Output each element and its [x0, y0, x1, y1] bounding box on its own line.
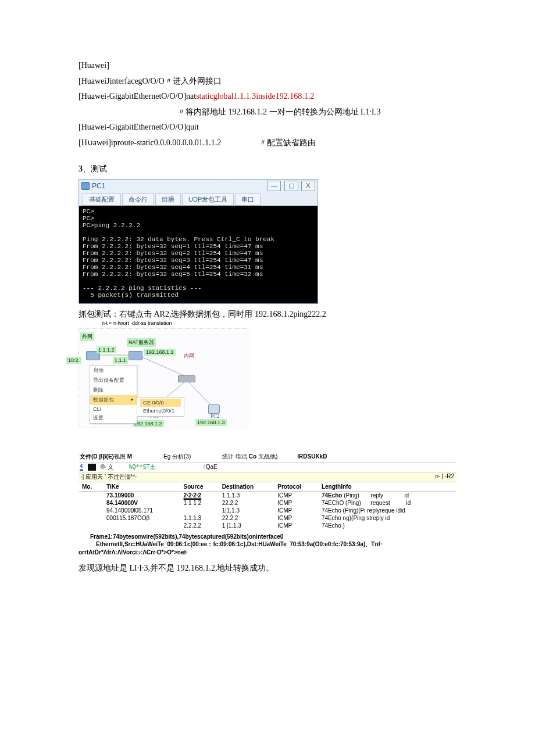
cell-dst: 22.2.2	[219, 514, 274, 522]
label-ip-19216811: 192.168.1.1	[144, 349, 176, 356]
pc1-window: PC1 — ▢ X 基础配置 命令行 组播 UDP发包工具 串口 PC> PC>…	[79, 179, 318, 304]
label-ip-1112: 1.1.1.2	[97, 346, 116, 353]
col-info[interactable]: LengthInfo	[318, 482, 456, 492]
cfg-line-1: [Huawei]	[79, 58, 456, 74]
ws-filter-right: n· | -R2	[435, 473, 454, 481]
svg-line-1	[137, 355, 184, 375]
ws-menu-help[interactable]: IRDSUKkD	[297, 453, 327, 460]
topology-diagram: 外网 NAT服务器 1.1.1.2 10:2. 1.1.1 192.168.1.…	[79, 328, 248, 428]
tab-basic[interactable]: 基础配置	[83, 194, 121, 206]
tab-multicast[interactable]: 组播	[155, 194, 181, 206]
ws-detail-l2: EthernetII,Src:HUaWeiTe_09:06:1c(00:ee：f…	[90, 540, 445, 549]
node-switch[interactable]	[178, 375, 195, 382]
section-3-title: 、测试	[83, 164, 107, 173]
cell-src	[180, 507, 219, 514]
node-pc2[interactable]	[208, 404, 220, 414]
table-row[interactable]: 84.140000V 1 1 1 2 22.2.2 ICMP 74EChO (P…	[79, 499, 456, 507]
cell-proto: ICMP	[274, 499, 318, 507]
cfg-line-6: [H∪awei]iproute-static0.0.0.00.0.0.01.1.…	[79, 135, 456, 151]
tab-serial[interactable]: 串口	[235, 194, 261, 206]
cfg-line-6b: 〃配置缺省路由	[259, 138, 316, 147]
cell-proto: ICMP	[274, 514, 318, 522]
wireshark-detail: Frame1:74bytesonwire(592bits),74bytescap…	[79, 529, 456, 558]
label-inner-net: 内网	[184, 352, 194, 360]
cell-proto: ICMP	[274, 522, 318, 529]
label-ip-102: 10:2.	[66, 357, 81, 364]
ws-menu-stats[interactable]: 统计 电话 Co 无战他)	[222, 453, 277, 461]
tab-udp[interactable]: UDP发包工具	[182, 194, 234, 206]
cell-src: 1.1.1.3	[180, 514, 219, 522]
close-button[interactable]: X	[301, 181, 315, 191]
ws-menu-analysis[interactable]: Eg 分析(3)	[163, 453, 191, 461]
cell-info: 74Echo ng)(Ping streply id	[318, 514, 456, 522]
cfg-line-3: [Huawei-GigabitEthernetO/O/O]natstaticgl…	[79, 89, 456, 105]
submenu-eth001[interactable]: Ethernet0/0/1	[140, 407, 181, 415]
ws-menu-file[interactable]: 文件(D ββ(E)视图 M	[80, 453, 132, 461]
ws-tool-4[interactable]: 4	[80, 463, 83, 471]
menu-capture[interactable]: 数据抓包▸	[90, 395, 137, 405]
cfg-line-6a: [H∪awei]iproute-static0.0.0.00.0.0.01.1.…	[79, 138, 221, 147]
table-row[interactable]: 2.2.2.2 1 |1.1.3 ICMP 74Echo )	[79, 522, 456, 529]
chevron-right-icon: ▸	[131, 396, 134, 404]
cell-time	[103, 522, 180, 529]
pc1-tabs: 基础配置 命令行 组播 UDP发包工具 串口	[79, 192, 318, 206]
submenu-interfaces: GE 0/0/0 Ethernet0/0/1	[137, 397, 184, 417]
ws-tool-qae[interactable]: 〈QaE	[200, 463, 217, 471]
ws-tool-mid[interactable]: ®· 义	[101, 463, 114, 471]
menu-start[interactable]: 启动	[90, 366, 137, 375]
cell-info: 74EChO (Ping) request id	[318, 499, 456, 507]
submenu-ge000[interactable]: GE 0/0/0	[140, 399, 181, 407]
cell-dst: 1 |1.1.3	[219, 522, 274, 529]
conclusion-text: 发现源地址是 LI·I·3,并不是 192.168.1.2,地址转换成功。	[79, 561, 456, 576]
wireshark-panel: 文件(D ββ(E)视图 M Eg 分析(3) 统计 电话 Co 无战他) IR…	[79, 452, 456, 558]
wireshark-filterbar[interactable]: ·| 应用天 ' 不过芒澎**· n· | -R2	[79, 472, 456, 482]
label-outer-net: 外网	[80, 332, 94, 341]
col-time[interactable]: TiKe	[103, 482, 180, 492]
wireshark-table: Mo. TiKe Source Destination Protocol Len…	[79, 482, 456, 529]
section-3-number: 3	[79, 164, 83, 173]
cell-src: 1 1 1 2	[180, 499, 219, 507]
menu-delete[interactable]: 删除	[90, 385, 137, 395]
stop-icon[interactable]	[88, 464, 96, 471]
col-proto[interactable]: Protocol	[274, 482, 318, 492]
maximize-button[interactable]: ▢	[284, 181, 298, 191]
table-row[interactable]: 94.140000l05.171 1|1.1.3 ICMP 74Echo (Pi…	[79, 507, 456, 514]
cell-time: 000115.187OOβ	[103, 514, 180, 522]
col-dst[interactable]: Destination	[219, 482, 274, 492]
wireshark-toolbar: 4 ®· 义 %Q**ST土 〈QaE	[79, 463, 456, 472]
cell-time: 73.109000	[103, 491, 180, 499]
ws-filter-left: ·| 应用天 ' 不过芒澎**·	[81, 473, 137, 481]
label-ip-19216812: 192.168.1.2	[133, 420, 164, 427]
menu-settings[interactable]: 设置	[90, 413, 137, 423]
table-row[interactable]: 000115.187OOβ 1.1.1.3 22.2.2 ICMP 74Echo…	[79, 514, 456, 522]
ws-tool-green[interactable]: %Q**ST土	[129, 463, 156, 471]
wireshark-menu: 文件(D ββ(E)视图 M Eg 分析(3) 统计 电话 Co 无战他) IR…	[79, 452, 456, 463]
table-row[interactable]: 73.109000 2·2·2·2 1.1.1.3 ICMP 74Echo (P…	[79, 491, 456, 499]
pc1-title: PC1	[92, 182, 105, 190]
minimize-button[interactable]: —	[267, 181, 281, 191]
node-ar1[interactable]	[129, 351, 142, 360]
cell-src: 2·2·2·2	[180, 491, 219, 499]
tab-cli[interactable]: 命令行	[122, 194, 154, 206]
menu-cli[interactable]: CLI	[90, 405, 137, 413]
pc1-window-controls: — ▢ X	[266, 181, 315, 191]
cell-dst: 1|1.1.3	[219, 507, 274, 514]
cell-info: 74Echo (Ping) reply id	[318, 491, 456, 499]
pc1-titlebar: PC1 — ▢ X	[79, 180, 318, 192]
cfg-line-3a: [Huawei-GigabitEthernetO/O/O]nat	[79, 92, 196, 101]
pc1-terminal[interactable]: PC> PC> PC>ping 2.2.2.2 Ping 2.2.2.2: 32…	[79, 206, 318, 303]
context-menu: 启动 导出设备配置 删除 数据抓包▸ CLI 设置 GE 0/0/0 Ether…	[90, 365, 137, 424]
cell-src: 2.2.2.2	[180, 522, 219, 529]
cell-time: 84.140000V	[103, 499, 180, 507]
col-src[interactable]: Source	[180, 482, 219, 492]
cell-info: 74Echo (Ping)(Pi replyreque idid	[318, 507, 456, 514]
svg-line-3	[187, 380, 213, 407]
cell-dst: 22.2.2	[219, 499, 274, 507]
ws-detail-l1: Frame1:74bytesonwire(592bits),74bytescap…	[90, 533, 445, 541]
cell-dst: 1.1.1.3	[219, 491, 274, 499]
menu-export[interactable]: 导出设备配置	[90, 375, 137, 385]
col-no[interactable]: Mo.	[79, 482, 103, 492]
cfg-line-2: [HuaweiJinterfacegO/O/O〃进入外网接口	[79, 74, 456, 89]
ws-detail-l3: orrtAtDr*ΛfrΛ:ΛlVorci:›:ΛCrr·O*>O*>net·	[79, 549, 445, 557]
cell-proto: ICMP	[274, 491, 318, 499]
